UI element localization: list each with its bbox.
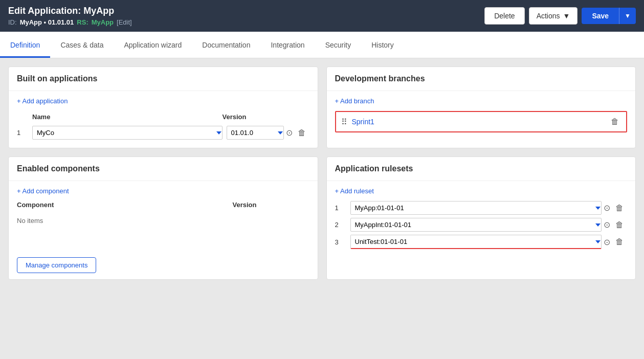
ruleset-target-2[interactable]: ⊙ — [602, 219, 612, 231]
no-items-label: No items — [17, 213, 309, 229]
main-content: Built on applications + Add application … — [0, 58, 644, 288]
edit-link[interactable]: [Edit] — [117, 18, 132, 26]
built-on-title: Built on applications — [9, 67, 318, 91]
tab-application-wizard[interactable]: Application wizard — [114, 34, 192, 58]
enabled-components-card: Enabled components + Add component Compo… — [8, 156, 318, 280]
ruleset-num-3: 3 — [335, 238, 350, 246]
ruleset-input-2[interactable] — [350, 218, 602, 232]
ruleset-input-3[interactable] — [350, 235, 602, 249]
row-actions-1: ⊙ 🗑 — [284, 127, 309, 139]
add-branch-link[interactable]: + Add branch — [335, 97, 628, 105]
ruleset-row-3: 3 ⊙ 🗑 — [335, 235, 628, 249]
ruleset-actions-3: ⊙ 🗑 — [602, 236, 627, 248]
rs-label: RS: — [77, 18, 88, 26]
tab-security[interactable]: Security — [315, 34, 362, 58]
version-input-1[interactable] — [227, 126, 284, 140]
actions-button[interactable]: Actions ▼ — [529, 7, 578, 25]
delete-button[interactable]: Delete — [484, 7, 524, 25]
tab-history[interactable]: History — [361, 34, 404, 58]
delete-row-1-button[interactable]: 🗑 — [296, 127, 308, 139]
ruleset-row-2: 2 ⊙ 🗑 — [335, 218, 628, 232]
enabled-components-title: Enabled components — [9, 157, 318, 181]
ruleset-input-1[interactable] — [350, 201, 602, 215]
ruleset-target-3[interactable]: ⊙ — [602, 236, 612, 248]
id-label: ID: — [8, 18, 17, 26]
ruleset-num-1: 1 — [335, 204, 350, 212]
ruleset-delete-1[interactable]: 🗑 — [613, 203, 626, 214]
ruleset-row-1: 1 ⊙ 🗑 — [335, 201, 628, 215]
manage-components-button[interactable]: Manage components — [17, 257, 96, 273]
ruleset-actions-1: ⊙ 🗑 — [602, 202, 627, 214]
ruleset-actions-2: ⊙ 🗑 — [602, 219, 627, 231]
header-meta: ID: MyApp • 01.01.01 RS: MyApp [Edit] — [8, 18, 132, 26]
tab-documentation[interactable]: Documentation — [192, 34, 260, 58]
enabled-components-body: + Add component Component Version No ite… — [9, 181, 318, 279]
row-num-1: 1 — [17, 129, 32, 137]
app-rulesets-card: Application rulesets + Add ruleset 1 ⊙ 🗑… — [326, 156, 636, 280]
save-group: Save ▼ — [582, 8, 636, 24]
dev-branches-body: + Add branch ⠿ Sprint1 🗑 — [327, 91, 636, 141]
header-left: Edit Application: MyApp ID: MyApp • 01.0… — [8, 6, 132, 26]
app-rulesets-body: + Add ruleset 1 ⊙ 🗑 2 — [327, 181, 636, 258]
header-actions: Delete Actions ▼ Save ▼ — [484, 7, 636, 25]
rs-value: MyApp — [92, 18, 114, 26]
app-rulesets-title: Application rulesets — [327, 157, 636, 181]
tab-integration[interactable]: Integration — [260, 34, 315, 58]
tab-cases-data[interactable]: Cases & data — [50, 34, 114, 58]
app-title: Edit Application: MyApp — [8, 6, 132, 16]
delete-branch-button[interactable]: 🗑 — [609, 116, 621, 127]
target-icon-1[interactable]: ⊙ — [284, 127, 295, 139]
built-on-body: + Add application Name Version 1 ⊙ — [9, 91, 318, 148]
drag-handle-icon: ⠿ — [341, 117, 348, 127]
col-name-header: Name — [32, 113, 223, 121]
add-component-link[interactable]: + Add component — [17, 187, 309, 195]
add-application-link[interactable]: + Add application — [17, 97, 309, 105]
tab-definition[interactable]: Definition — [0, 34, 50, 58]
built-on-row-1: 1 ⊙ 🗑 — [17, 126, 309, 140]
actions-chevron-icon: ▼ — [563, 12, 570, 20]
col-version-header: Version — [223, 113, 284, 121]
branch-row-sprint1[interactable]: ⠿ Sprint1 🗑 — [335, 111, 628, 132]
app-header: Edit Application: MyApp ID: MyApp • 01.0… — [0, 0, 644, 32]
name-input-1[interactable] — [32, 126, 223, 140]
id-value: MyApp • 01.01.01 — [20, 18, 74, 26]
ruleset-num-2: 2 — [335, 221, 350, 229]
col-component-header: Component — [17, 201, 233, 209]
actions-label: Actions — [537, 12, 560, 20]
dev-branches-title: Development branches — [327, 67, 636, 91]
version-input-wrapper — [227, 126, 284, 140]
add-ruleset-link[interactable]: + Add ruleset — [335, 187, 628, 195]
ruleset-input-wrapper-3 — [350, 235, 602, 249]
components-col-headers: Component Version — [17, 201, 309, 209]
tab-bar: Definition Cases & data Application wiza… — [0, 32, 644, 58]
save-button[interactable]: Save — [582, 8, 619, 24]
branch-name-sprint1: Sprint1 — [352, 118, 609, 126]
ruleset-delete-3[interactable]: 🗑 — [613, 236, 626, 248]
ruleset-target-1[interactable]: ⊙ — [602, 202, 612, 214]
built-on-card: Built on applications + Add application … — [8, 66, 318, 148]
dev-branches-card: Development branches + Add branch ⠿ Spri… — [326, 66, 636, 148]
save-dropdown-button[interactable]: ▼ — [619, 8, 636, 24]
col-component-version-header: Version — [233, 201, 309, 209]
name-input-wrapper — [32, 126, 223, 140]
ruleset-input-wrapper-2 — [350, 218, 602, 232]
built-on-col-headers: Name Version — [17, 111, 309, 123]
ruleset-delete-2[interactable]: 🗑 — [613, 219, 626, 231]
ruleset-input-wrapper-1 — [350, 201, 602, 215]
